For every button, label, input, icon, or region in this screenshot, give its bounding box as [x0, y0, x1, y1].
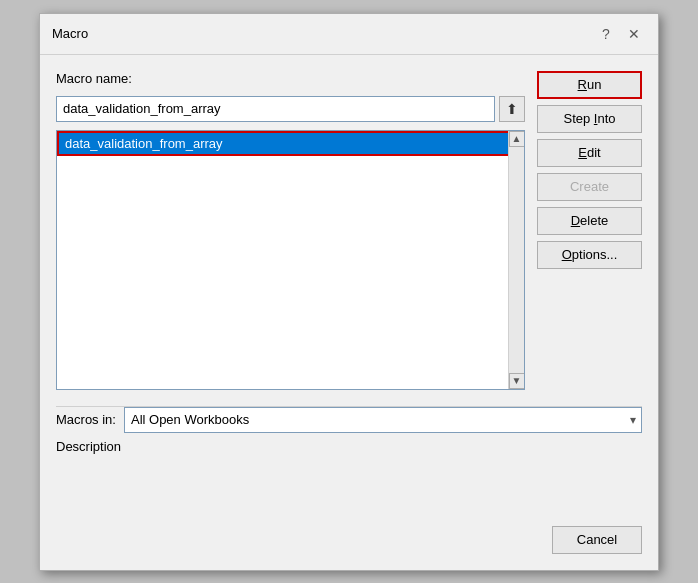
macros-in-label: Macros in: — [56, 412, 116, 427]
edit-button[interactable]: Edit — [537, 139, 642, 167]
dialog-body: Macro name: ⬆ data_validation_from_array… — [40, 55, 658, 406]
run-button[interactable]: Run — [537, 71, 642, 99]
macro-list-container[interactable]: data_validation_from_array ▲ ▼ — [56, 130, 525, 390]
scrollbar: ▲ ▼ — [508, 131, 524, 389]
description-area — [56, 460, 642, 510]
title-bar-right: ? ✕ — [594, 22, 646, 46]
scroll-up-arrow[interactable]: ▲ — [509, 131, 525, 147]
macro-name-row: ⬆ — [56, 96, 525, 122]
step-into-button[interactable]: Step Into — [537, 105, 642, 133]
scroll-down-arrow[interactable]: ▼ — [509, 373, 525, 389]
dialog-title: Macro — [52, 26, 88, 41]
macros-in-select[interactable]: All Open Workbooks This Workbook — [124, 407, 642, 433]
cancel-button[interactable]: Cancel — [552, 526, 642, 554]
bottom-section: Macros in: All Open Workbooks This Workb… — [40, 407, 658, 526]
macro-list: data_validation_from_array — [57, 131, 524, 156]
macros-in-select-wrapper: All Open Workbooks This Workbook — [124, 407, 642, 433]
macros-in-row: Macros in: All Open Workbooks This Workb… — [56, 407, 642, 433]
bottom-right-buttons: Cancel — [40, 526, 658, 570]
create-button[interactable]: Create — [537, 173, 642, 201]
left-panel: Macro name: ⬆ data_validation_from_array… — [56, 71, 525, 390]
macro-name-label: Macro name: — [56, 71, 525, 86]
scroll-track — [509, 147, 524, 373]
upload-button[interactable]: ⬆ — [499, 96, 525, 122]
options-button[interactable]: Options... — [537, 241, 642, 269]
description-label: Description — [56, 439, 642, 454]
delete-button[interactable]: Delete — [537, 207, 642, 235]
macro-list-item[interactable]: data_validation_from_array — [57, 131, 524, 156]
right-panel: Run Step Into Edit Create Delete Options… — [537, 71, 642, 390]
title-bar: Macro ? ✕ — [40, 14, 658, 55]
help-button[interactable]: ? — [594, 22, 618, 46]
macro-name-input[interactable] — [56, 96, 495, 122]
macro-dialog: Macro ? ✕ Macro name: ⬆ data_validation_… — [39, 13, 659, 571]
close-button[interactable]: ✕ — [622, 22, 646, 46]
title-bar-left: Macro — [52, 26, 88, 41]
